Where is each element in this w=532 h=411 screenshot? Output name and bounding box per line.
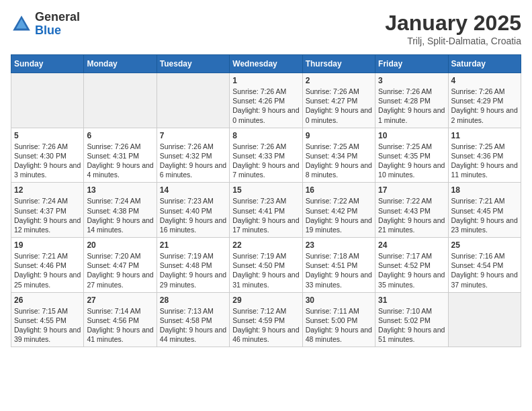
calendar-cell: 31Sunrise: 7:10 AM Sunset: 5:02 PM Dayli… bbox=[375, 292, 448, 347]
day-number: 24 bbox=[378, 240, 445, 250]
day-number: 21 bbox=[160, 240, 226, 250]
day-number: 26 bbox=[14, 295, 81, 305]
title-block: January 2025 Trilj, Split-Dalmatia, Croa… bbox=[385, 11, 521, 46]
day-info: Sunrise: 7:26 AM Sunset: 4:31 PM Dayligh… bbox=[87, 142, 153, 180]
day-number: 6 bbox=[87, 131, 153, 140]
calendar-title: January 2025 bbox=[385, 11, 521, 36]
day-number: 28 bbox=[160, 295, 226, 305]
calendar-week-row: 12Sunrise: 7:24 AM Sunset: 4:37 PM Dayli… bbox=[11, 183, 521, 238]
day-number: 7 bbox=[160, 131, 226, 140]
calendar-cell: 9Sunrise: 7:25 AM Sunset: 4:34 PM Daylig… bbox=[302, 128, 375, 183]
day-header: Wednesday bbox=[230, 55, 302, 73]
calendar-cell: 7Sunrise: 7:26 AM Sunset: 4:32 PM Daylig… bbox=[157, 128, 229, 183]
logo-general: General bbox=[35, 11, 80, 24]
day-info: Sunrise: 7:22 AM Sunset: 4:43 PM Dayligh… bbox=[378, 196, 445, 234]
day-info: Sunrise: 7:26 AM Sunset: 4:27 PM Dayligh… bbox=[306, 87, 372, 125]
day-info: Sunrise: 7:12 AM Sunset: 4:59 PM Dayligh… bbox=[232, 306, 299, 345]
day-info: Sunrise: 7:20 AM Sunset: 4:47 PM Dayligh… bbox=[87, 251, 153, 289]
day-number: 4 bbox=[451, 76, 518, 85]
calendar-subtitle: Trilj, Split-Dalmatia, Croatia bbox=[385, 36, 521, 46]
day-number: 14 bbox=[160, 185, 226, 195]
day-number: 22 bbox=[232, 240, 299, 250]
calendar-cell: 25Sunrise: 7:16 AM Sunset: 4:54 PM Dayli… bbox=[448, 238, 521, 293]
calendar-cell: 12Sunrise: 7:24 AM Sunset: 4:37 PM Dayli… bbox=[11, 183, 84, 238]
calendar-cell bbox=[84, 73, 157, 128]
day-header: Sunday bbox=[11, 55, 84, 73]
day-info: Sunrise: 7:24 AM Sunset: 4:37 PM Dayligh… bbox=[14, 196, 81, 234]
calendar-cell: 10Sunrise: 7:25 AM Sunset: 4:35 PM Dayli… bbox=[375, 128, 448, 183]
day-number: 16 bbox=[306, 185, 372, 195]
day-info: Sunrise: 7:17 AM Sunset: 4:52 PM Dayligh… bbox=[378, 251, 445, 289]
day-number: 31 bbox=[378, 295, 445, 305]
calendar-cell: 28Sunrise: 7:13 AM Sunset: 4:58 PM Dayli… bbox=[157, 292, 229, 347]
day-header: Monday bbox=[84, 55, 157, 73]
calendar-cell: 24Sunrise: 7:17 AM Sunset: 4:52 PM Dayli… bbox=[375, 238, 448, 293]
calendar-week-row: 1Sunrise: 7:26 AM Sunset: 4:26 PM Daylig… bbox=[11, 73, 521, 128]
day-header: Thursday bbox=[302, 55, 375, 73]
day-info: Sunrise: 7:19 AM Sunset: 4:48 PM Dayligh… bbox=[160, 251, 226, 289]
day-info: Sunrise: 7:26 AM Sunset: 4:29 PM Dayligh… bbox=[451, 87, 518, 125]
day-info: Sunrise: 7:23 AM Sunset: 4:41 PM Dayligh… bbox=[232, 196, 299, 234]
calendar-week-row: 19Sunrise: 7:21 AM Sunset: 4:46 PM Dayli… bbox=[11, 238, 521, 293]
calendar-week-row: 5Sunrise: 7:26 AM Sunset: 4:30 PM Daylig… bbox=[11, 128, 521, 183]
calendar-cell: 13Sunrise: 7:24 AM Sunset: 4:38 PM Dayli… bbox=[84, 183, 157, 238]
day-info: Sunrise: 7:24 AM Sunset: 4:38 PM Dayligh… bbox=[87, 196, 153, 234]
day-number: 15 bbox=[232, 185, 299, 195]
calendar-cell: 2Sunrise: 7:26 AM Sunset: 4:27 PM Daylig… bbox=[302, 73, 375, 128]
page-header: General Blue January 2025 Trilj, Split-D… bbox=[11, 11, 521, 46]
day-number: 3 bbox=[378, 76, 445, 85]
day-number: 8 bbox=[232, 131, 299, 140]
day-info: Sunrise: 7:18 AM Sunset: 4:51 PM Dayligh… bbox=[306, 251, 372, 289]
calendar-cell: 16Sunrise: 7:22 AM Sunset: 4:42 PM Dayli… bbox=[302, 183, 375, 238]
day-header: Friday bbox=[375, 55, 448, 73]
calendar-cell: 29Sunrise: 7:12 AM Sunset: 4:59 PM Dayli… bbox=[230, 292, 302, 347]
calendar-cell: 15Sunrise: 7:23 AM Sunset: 4:41 PM Dayli… bbox=[230, 183, 302, 238]
day-number: 18 bbox=[451, 185, 518, 195]
day-number: 19 bbox=[14, 240, 81, 250]
calendar-cell: 6Sunrise: 7:26 AM Sunset: 4:31 PM Daylig… bbox=[84, 128, 157, 183]
day-info: Sunrise: 7:13 AM Sunset: 4:58 PM Dayligh… bbox=[160, 306, 226, 345]
calendar-cell: 5Sunrise: 7:26 AM Sunset: 4:30 PM Daylig… bbox=[11, 128, 84, 183]
day-header: Saturday bbox=[448, 55, 521, 73]
calendar-header-row: SundayMondayTuesdayWednesdayThursdayFrid… bbox=[11, 55, 521, 73]
day-info: Sunrise: 7:26 AM Sunset: 4:32 PM Dayligh… bbox=[160, 142, 226, 180]
day-info: Sunrise: 7:25 AM Sunset: 4:35 PM Dayligh… bbox=[378, 142, 445, 180]
calendar-cell bbox=[11, 73, 84, 128]
day-info: Sunrise: 7:16 AM Sunset: 4:54 PM Dayligh… bbox=[451, 251, 518, 289]
day-number: 5 bbox=[14, 131, 81, 140]
day-info: Sunrise: 7:26 AM Sunset: 4:28 PM Dayligh… bbox=[378, 87, 445, 125]
logo-text: General Blue bbox=[35, 11, 80, 38]
day-number: 1 bbox=[232, 76, 299, 85]
calendar-cell: 21Sunrise: 7:19 AM Sunset: 4:48 PM Dayli… bbox=[157, 238, 229, 293]
day-info: Sunrise: 7:26 AM Sunset: 4:30 PM Dayligh… bbox=[14, 142, 81, 180]
day-number: 13 bbox=[87, 185, 153, 195]
day-info: Sunrise: 7:26 AM Sunset: 4:26 PM Dayligh… bbox=[232, 87, 299, 125]
day-number: 2 bbox=[306, 76, 372, 85]
day-info: Sunrise: 7:23 AM Sunset: 4:40 PM Dayligh… bbox=[160, 196, 226, 234]
calendar-cell: 19Sunrise: 7:21 AM Sunset: 4:46 PM Dayli… bbox=[11, 238, 84, 293]
day-info: Sunrise: 7:25 AM Sunset: 4:34 PM Dayligh… bbox=[306, 142, 372, 180]
day-info: Sunrise: 7:21 AM Sunset: 4:46 PM Dayligh… bbox=[14, 251, 81, 289]
day-info: Sunrise: 7:21 AM Sunset: 4:45 PM Dayligh… bbox=[451, 196, 518, 234]
day-info: Sunrise: 7:25 AM Sunset: 4:36 PM Dayligh… bbox=[451, 142, 518, 180]
day-number: 27 bbox=[87, 295, 153, 305]
day-header: Tuesday bbox=[157, 55, 229, 73]
calendar-cell: 11Sunrise: 7:25 AM Sunset: 4:36 PM Dayli… bbox=[448, 128, 521, 183]
day-number: 10 bbox=[378, 131, 445, 140]
day-info: Sunrise: 7:10 AM Sunset: 5:02 PM Dayligh… bbox=[378, 306, 445, 345]
day-info: Sunrise: 7:19 AM Sunset: 4:50 PM Dayligh… bbox=[232, 251, 299, 289]
calendar-cell: 26Sunrise: 7:15 AM Sunset: 4:55 PM Dayli… bbox=[11, 292, 84, 347]
day-number: 12 bbox=[14, 185, 81, 195]
day-number: 25 bbox=[451, 240, 518, 250]
day-info: Sunrise: 7:22 AM Sunset: 4:42 PM Dayligh… bbox=[306, 196, 372, 234]
calendar-cell: 27Sunrise: 7:14 AM Sunset: 4:56 PM Dayli… bbox=[84, 292, 157, 347]
day-info: Sunrise: 7:15 AM Sunset: 4:55 PM Dayligh… bbox=[14, 306, 81, 345]
calendar-cell: 18Sunrise: 7:21 AM Sunset: 4:45 PM Dayli… bbox=[448, 183, 521, 238]
calendar-cell: 23Sunrise: 7:18 AM Sunset: 4:51 PM Dayli… bbox=[302, 238, 375, 293]
day-number: 17 bbox=[378, 185, 445, 195]
day-number: 29 bbox=[232, 295, 299, 305]
calendar-cell: 8Sunrise: 7:26 AM Sunset: 4:33 PM Daylig… bbox=[230, 128, 302, 183]
calendar-cell bbox=[448, 292, 521, 347]
calendar-cell: 14Sunrise: 7:23 AM Sunset: 4:40 PM Dayli… bbox=[157, 183, 229, 238]
calendar-cell: 20Sunrise: 7:20 AM Sunset: 4:47 PM Dayli… bbox=[84, 238, 157, 293]
